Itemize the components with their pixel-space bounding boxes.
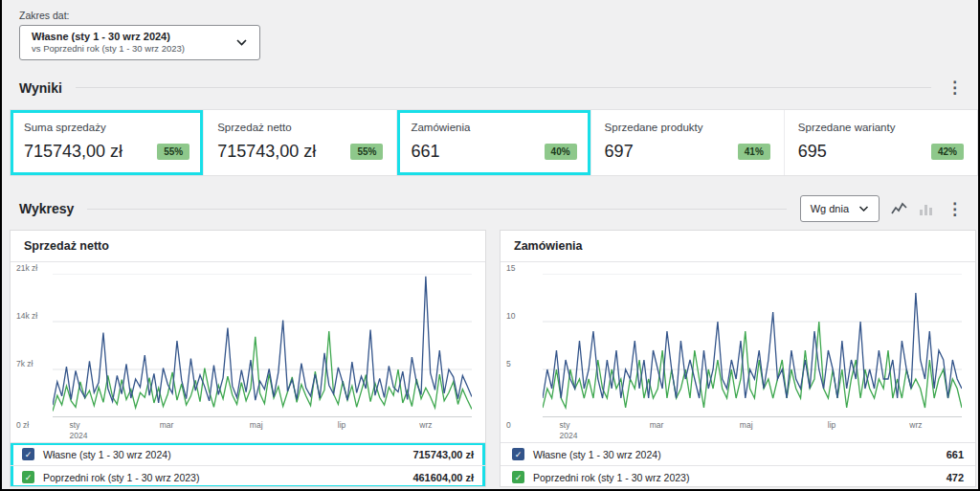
legend-checkbox[interactable]: ✓ — [512, 471, 524, 483]
line-chart[interactable] — [53, 274, 472, 417]
x-axis-labels: sty mar maj lip wrz 2024 — [53, 417, 472, 442]
card-label: Sprzedaż netto — [217, 122, 383, 133]
y-tick-label: 7k zł — [16, 359, 51, 368]
chart-controls: Wg dnia ⋮ — [800, 195, 965, 222]
net-sales-plot[interactable]: 21k zł 14k zł 7k zł 0 zł sty mar maj lip… — [53, 274, 472, 442]
legend-checkbox[interactable]: ✓ — [22, 448, 34, 460]
y-tick-label: 0 zł — [16, 420, 51, 430]
card-sprzedane-produkty[interactable]: Sprzedane produkty 697 41% — [591, 110, 785, 175]
charts-header: Wykresy Wg dnia ⋮ — [19, 195, 965, 222]
divider — [87, 209, 786, 210]
legend-checkbox[interactable]: ✓ — [512, 448, 524, 460]
date-range-selected: Własne (sty 1 - 30 wrz 2024) vs Poprzedn… — [32, 31, 185, 54]
card-label: Sprzedane produkty — [605, 122, 770, 133]
orders-chart-panel: Zamówienia 15 10 5 0 sty mar maj lip wrz… — [500, 230, 976, 487]
card-value: 715743,00 zł — [217, 142, 316, 162]
card-sprzedane-warianty[interactable]: Sprzedane warianty 695 42% — [785, 110, 977, 175]
date-range-primary: Własne (sty 1 - 30 wrz 2024) — [32, 31, 185, 42]
x-tick-label: mar — [160, 420, 174, 430]
legend-row-previous[interactable]: ✓ Poprzedni rok (sty 1 - 30 wrz 2023) 46… — [11, 465, 485, 487]
x-tick-label: sty — [70, 420, 80, 430]
change-badge: 41% — [738, 144, 770, 160]
x-tick-label: wrz — [419, 420, 432, 430]
change-badge: 55% — [350, 144, 383, 160]
x-tick-label: maj — [740, 420, 753, 430]
change-badge: 42% — [931, 144, 964, 160]
y-tick-label: 0 — [506, 420, 541, 430]
x-tick-label: lip — [828, 420, 836, 430]
legend-label: Poprzedni rok (sty 1 - 30 wrz 2023) — [533, 472, 938, 483]
y-tick-label: 5 — [506, 359, 541, 368]
date-range-section: Zakres dat: Własne (sty 1 - 30 wrz 2024)… — [2, 0, 978, 60]
card-label: Suma sprzedaży — [24, 122, 189, 133]
card-suma-sprzedazy[interactable]: Suma sprzedaży 715743,00 zł 55% — [11, 110, 204, 175]
line-chart-icon[interactable] — [891, 202, 907, 216]
chart-title: Zamówienia — [501, 231, 975, 262]
x-tick-label: lip — [338, 420, 346, 430]
x-tick-label: sty — [560, 420, 570, 430]
chart-title: Sprzedaż netto — [11, 231, 485, 262]
chevron-down-icon — [235, 33, 248, 51]
results-kebab-menu-icon[interactable]: ⋮ — [945, 79, 965, 96]
divider — [76, 87, 931, 88]
y-tick-label: 14k zł — [16, 311, 51, 321]
y-tick-label: 10 — [506, 311, 541, 321]
orders-plot[interactable]: 15 10 5 0 sty mar maj lip wrz 2024 — [543, 274, 962, 442]
legend-value: 472 — [947, 472, 964, 483]
legend-value: 461604,00 zł — [412, 472, 474, 483]
card-sprzedaz-netto[interactable]: Sprzedaż netto 715743,00 zł 55% — [204, 110, 397, 175]
x-tick-label: maj — [250, 420, 263, 430]
date-range-dropdown[interactable]: Własne (sty 1 - 30 wrz 2024) vs Poprzedn… — [19, 25, 260, 60]
bar-chart-icon[interactable] — [919, 202, 933, 216]
card-value: 661 — [411, 142, 439, 162]
legend-label: Poprzedni rok (sty 1 - 30 wrz 2023) — [43, 472, 404, 483]
legend-value: 715743,00 zł — [412, 449, 474, 460]
legend-label: Własne (sty 1 - 30 wrz 2024) — [533, 449, 938, 460]
results-cards: Suma sprzedaży 715743,00 zł 55% Sprzedaż… — [10, 109, 978, 176]
card-zamowienia[interactable]: Zamówienia 661 40% — [397, 110, 590, 175]
legend-row-current[interactable]: ✓ Własne (sty 1 - 30 wrz 2024) 715743,00… — [11, 442, 485, 465]
change-badge: 40% — [545, 144, 577, 160]
legend-row-current[interactable]: ✓ Własne (sty 1 - 30 wrz 2024) 661 — [501, 442, 975, 465]
charts-kebab-menu-icon[interactable]: ⋮ — [945, 201, 965, 217]
card-label: Sprzedane warianty — [798, 122, 964, 133]
date-range-label: Zakres dat: — [19, 10, 978, 21]
x-axis-labels: sty mar maj lip wrz 2024 — [543, 417, 962, 442]
charts-title: Wykresy — [19, 201, 74, 216]
analytics-page: Zakres dat: Własne (sty 1 - 30 wrz 2024)… — [0, 0, 980, 491]
chevron-down-icon — [858, 203, 869, 214]
x-axis-year-label: 2024 — [560, 431, 578, 440]
y-tick-label: 15 — [506, 263, 541, 273]
chart-panels: Sprzedaż netto 21k zł 14k zł 7k zł 0 zł … — [10, 230, 976, 487]
legend-label: Własne (sty 1 - 30 wrz 2024) — [43, 449, 404, 460]
orders-legend: ✓ Własne (sty 1 - 30 wrz 2024) 661 ✓ Pop… — [501, 442, 975, 487]
x-tick-label: mar — [650, 420, 664, 430]
legend-value: 661 — [947, 449, 964, 460]
interval-selected-label: Wg dnia — [811, 203, 849, 214]
card-value: 715743,00 zł — [24, 142, 122, 162]
card-value: 695 — [798, 142, 827, 162]
legend-row-previous[interactable]: ✓ Poprzedni rok (sty 1 - 30 wrz 2023) 47… — [501, 465, 975, 487]
legend-checkbox[interactable]: ✓ — [22, 471, 34, 483]
results-title: Wyniki — [19, 80, 62, 96]
net-sales-legend: ✓ Własne (sty 1 - 30 wrz 2024) 715743,00… — [11, 442, 485, 487]
line-chart[interactable] — [543, 274, 962, 417]
change-badge: 55% — [157, 144, 189, 160]
card-value: 697 — [605, 142, 634, 162]
x-tick-label: wrz — [909, 420, 922, 430]
date-range-secondary: vs Poprzedni rok (sty 1 - 30 wrz 2023) — [32, 43, 185, 54]
y-tick-label: 21k zł — [16, 263, 51, 273]
interval-select[interactable]: Wg dnia — [800, 195, 880, 222]
results-header: Wyniki ⋮ — [19, 79, 965, 96]
x-axis-year-label: 2024 — [70, 431, 88, 440]
card-label: Zamówienia — [411, 122, 576, 133]
net-sales-chart-panel: Sprzedaż netto 21k zł 14k zł 7k zł 0 zł … — [10, 230, 486, 487]
